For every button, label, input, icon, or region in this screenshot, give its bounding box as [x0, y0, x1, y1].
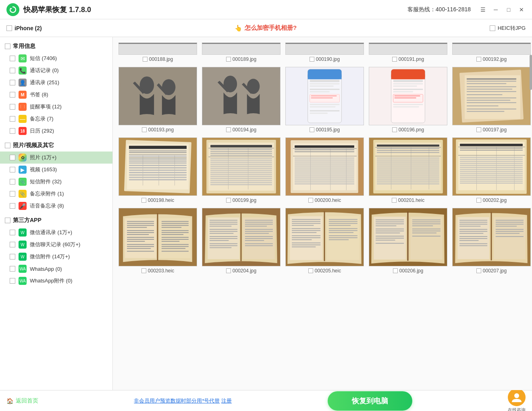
photo-checkbox[interactable] — [226, 57, 231, 62]
list-item[interactable]: 000189.jpg — [200, 40, 283, 64]
wechat-contact-checkbox[interactable] — [10, 230, 15, 235]
call-checkbox[interactable] — [10, 68, 15, 73]
svg-rect-71 — [129, 170, 187, 171]
list-item[interactable]: 000195.jpg — [283, 64, 366, 135]
photo-checkbox[interactable] — [226, 198, 231, 203]
list-item[interactable]: 000197.jpg — [450, 64, 532, 135]
photo-checkbox[interactable] — [310, 127, 314, 132]
video-checkbox[interactable] — [10, 167, 15, 172]
photo-checkbox[interactable] — [143, 57, 148, 62]
list-item[interactable]: 000200.heic — [283, 135, 366, 206]
sidebar-item-memo-attach[interactable]: 📎 备忘录附件 (1) — [0, 188, 112, 200]
sidebar-item-bookmark[interactable]: M 书签 (8) — [0, 89, 112, 101]
voice-label: 语音备忘录 (8) — [30, 202, 64, 210]
calendar-checkbox[interactable] — [10, 128, 15, 134]
svg-rect-113 — [295, 158, 354, 158]
photo-checkbox[interactable] — [310, 57, 314, 62]
photo-checkbox[interactable] — [226, 127, 231, 132]
photo-checkbox[interactable] — [141, 268, 146, 273]
consult-button[interactable]: 在线咨询 — [508, 388, 526, 411]
sidebar-item-video[interactable]: ▶ 视频 (1653) — [0, 164, 112, 176]
list-item[interactable]: 000203.heic — [116, 206, 200, 276]
list-item[interactable]: 000198.heic — [116, 135, 200, 206]
wechat-chat-checkbox[interactable] — [10, 242, 15, 247]
sidebar-item-calendar[interactable]: 18 日历 (292) — [0, 125, 112, 137]
svg-rect-167 — [460, 163, 523, 164]
sidebar-item-reminder[interactable]: ⋮⋮ 提醒事项 (12) — [0, 101, 112, 113]
restore-button[interactable]: 恢复到电脑 — [328, 391, 412, 411]
list-item[interactable]: 000194.jpg — [200, 64, 283, 135]
list-item[interactable]: 000190.jpg — [283, 40, 366, 64]
maximize-button[interactable]: □ — [505, 6, 513, 14]
list-item[interactable]: 000205.heic — [283, 206, 366, 276]
heic-convert[interactable]: HEIC转JPG — [490, 25, 526, 32]
photo-checkbox[interactable] — [226, 268, 231, 273]
voice-checkbox[interactable] — [10, 203, 15, 209]
wechat-attach-checkbox[interactable] — [10, 254, 15, 259]
reminder-checkbox[interactable] — [10, 104, 15, 110]
sms-checkbox[interactable] — [10, 56, 15, 61]
sms-attach-checkbox[interactable] — [10, 179, 15, 185]
sidebar-item-sms-attach[interactable]: 📎 短信附件 (32) — [0, 176, 112, 188]
photo-checkbox[interactable] — [308, 198, 313, 203]
photos-checkbox[interactable] — [10, 155, 15, 160]
svg-rect-300 — [459, 236, 487, 237]
encrypt-link[interactable]: 👆 怎么加密手机相册? — [235, 24, 297, 32]
contact-checkbox[interactable] — [10, 80, 15, 85]
iphone-checkbox[interactable] — [6, 25, 12, 31]
sidebar-item-wechat-attach[interactable]: W 微信附件 (14万+) — [0, 251, 112, 263]
photo-checkbox[interactable] — [476, 268, 481, 273]
sidebar-item-contact[interactable]: 👤 通讯录 (251) — [0, 77, 112, 89]
photo-checkbox[interactable] — [142, 127, 147, 132]
common-checkbox[interactable] — [5, 44, 10, 49]
list-item[interactable]: 000196.png — [366, 64, 450, 135]
list-item[interactable]: 000193.png — [116, 64, 200, 135]
sidebar-item-wechat-chat[interactable]: W 微信聊天记录 (60万+) — [0, 239, 112, 251]
bookmark-checkbox[interactable] — [10, 92, 15, 98]
svg-rect-252 — [292, 239, 312, 240]
memo-checkbox[interactable] — [10, 116, 15, 122]
media-checkbox[interactable] — [5, 143, 10, 148]
svg-rect-65 — [129, 162, 187, 164]
sidebar-item-memo[interactable]: — 备忘录 (7) — [0, 113, 112, 125]
sidebar-item-photos[interactable]: ✿ 照片 (1万+) — [0, 152, 112, 164]
memo-attach-checkbox[interactable] — [10, 191, 15, 197]
sidebar-item-voice[interactable]: 🎤 语音备忘录 (8) — [0, 200, 112, 212]
sidebar-item-sms[interactable]: ✉ 短信 (7406) — [0, 52, 112, 64]
list-item[interactable]: 000202.jpg — [450, 135, 532, 206]
sidebar-item-wechat-contact[interactable]: W 微信通讯录 (1万+) — [0, 226, 112, 239]
list-item[interactable]: 000192.jpg — [450, 40, 532, 64]
home-button[interactable]: 🏠 返回首页 — [6, 397, 38, 405]
sidebar-item-whatsapp-attach[interactable]: WA WhatsApp附件 (0) — [0, 275, 112, 287]
list-item[interactable]: 000188.jpg — [116, 40, 200, 64]
third-checkbox[interactable] — [5, 218, 10, 223]
list-item[interactable]: 000191.png — [366, 40, 450, 64]
list-item[interactable]: 000201.heic — [366, 135, 450, 206]
photo-checkbox[interactable] — [392, 127, 397, 132]
svg-rect-63 — [129, 158, 187, 160]
photo-checkbox[interactable] — [476, 198, 481, 203]
list-item[interactable]: 000204.jpg — [200, 206, 283, 276]
list-item[interactable]: 000199.jpg — [200, 135, 283, 206]
menu-button[interactable]: ☰ — [479, 6, 487, 14]
svg-rect-248 — [292, 230, 320, 231]
photo-checkbox[interactable] — [476, 57, 481, 62]
heic-checkbox[interactable] — [490, 25, 495, 31]
photo-checkbox[interactable] — [392, 57, 397, 62]
photo-checkbox[interactable] — [476, 127, 481, 132]
photo-checkbox[interactable] — [141, 198, 146, 203]
whatsapp-attach-checkbox[interactable] — [10, 278, 15, 284]
register-link[interactable]: 注册 — [221, 398, 232, 404]
sidebar-item-whatsapp[interactable]: WA WhatsApp (0) — [0, 263, 112, 275]
photo-checkbox[interactable] — [308, 268, 313, 273]
list-item[interactable]: 000206.jpg — [366, 206, 450, 276]
minimize-button[interactable]: ─ — [492, 6, 500, 14]
sidebar-item-call[interactable]: 📞 通话记录 (0) — [0, 64, 112, 77]
svg-rect-274 — [376, 228, 404, 229]
list-item[interactable]: 000207.jpg — [450, 206, 532, 276]
wechat-attach-label: 微信附件 (14万+) — [30, 253, 70, 260]
close-button[interactable]: ✕ — [517, 6, 526, 14]
whatsapp-checkbox[interactable] — [10, 266, 15, 272]
photo-checkbox[interactable] — [392, 198, 397, 203]
photo-checkbox[interactable] — [393, 268, 398, 273]
